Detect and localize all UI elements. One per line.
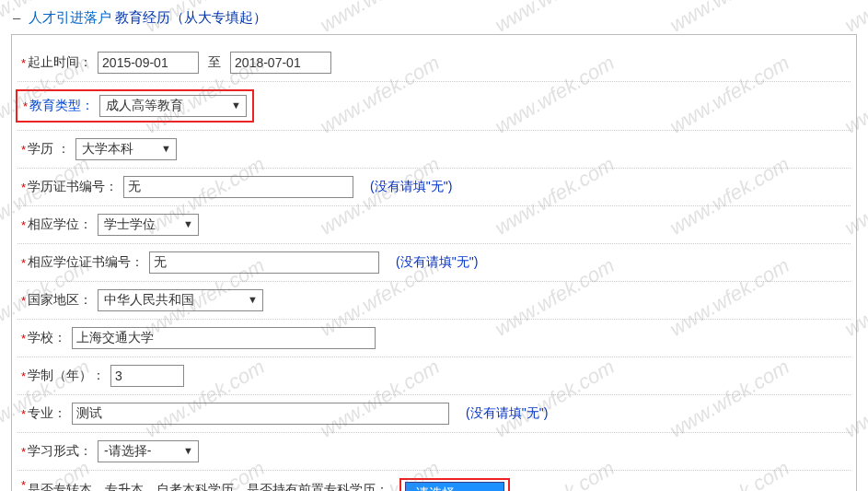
row-major: * 专业： (没有请填"无") bbox=[17, 395, 851, 433]
degree-cert-no-hint: (没有请填"无") bbox=[396, 254, 478, 271]
row-degree: * 学历 ： 大学本科 ▼ bbox=[17, 131, 851, 169]
row-study-form: * 学习形式： -请选择- ▼ bbox=[17, 433, 851, 471]
legend-part2: 教育经历（从大专填起） bbox=[115, 9, 267, 25]
major-input[interactable] bbox=[72, 403, 449, 425]
required-marker: * bbox=[21, 218, 26, 232]
label-degree-cert-no: 相应学位证书编号： bbox=[28, 254, 144, 271]
label-country: 国家地区： bbox=[28, 292, 92, 309]
label-edu-type: 教育类型： bbox=[29, 98, 94, 114]
required-marker: * bbox=[21, 478, 26, 491]
required-marker: * bbox=[21, 332, 26, 345]
country-value: 中华人民共和国 bbox=[104, 292, 194, 309]
row-prev-degree: * 是否专转本、专升本、自考本科学历，是否持有前置专科学历： -请选择- 否 是 bbox=[17, 471, 851, 491]
degree-value: 大学本科 bbox=[82, 141, 133, 158]
prev-degree-select[interactable]: -请选择- bbox=[405, 482, 504, 491]
label-school: 学校： bbox=[28, 330, 66, 346]
date-range-mid: 至 bbox=[208, 54, 221, 71]
chevron-down-icon: ▼ bbox=[244, 292, 260, 309]
row-date-range: * 起止时间： 至 bbox=[17, 44, 851, 82]
row-country: * 国家地区： 中华人民共和国 ▼ bbox=[17, 282, 851, 320]
label-prev-degree: 是否专转本、专升本、自考本科学历，是否持有前置专科学历： bbox=[28, 478, 388, 491]
required-marker: * bbox=[21, 445, 26, 459]
study-form-value: -请选择- bbox=[104, 443, 151, 460]
label-study-form: 学习形式： bbox=[28, 443, 92, 460]
school-input[interactable] bbox=[72, 327, 376, 349]
label-cert-no: 学历证书编号： bbox=[28, 179, 118, 195]
start-date-input[interactable] bbox=[98, 52, 199, 74]
required-marker: * bbox=[23, 99, 28, 113]
prev-degree-selected: -请选择- bbox=[411, 485, 458, 491]
row-cert-no: * 学历证书编号： (没有请填"无") bbox=[17, 169, 851, 206]
chevron-down-icon: ▼ bbox=[227, 98, 244, 114]
required-marker: * bbox=[21, 369, 26, 383]
required-marker: * bbox=[21, 181, 26, 194]
section-legend: – 人才引进落户 教育经历（从大专填起） bbox=[13, 9, 864, 27]
prev-degree-highlight: -请选择- 否 是 bbox=[399, 478, 510, 491]
end-date-input[interactable] bbox=[230, 52, 331, 74]
cert-no-input[interactable] bbox=[123, 176, 353, 198]
years-input[interactable] bbox=[110, 365, 184, 387]
legend-dash: – bbox=[13, 9, 20, 25]
label-years: 学制（年）： bbox=[28, 368, 105, 384]
required-marker: * bbox=[21, 407, 26, 421]
row-school: * 学校： bbox=[17, 320, 851, 357]
degree-cert-no-input[interactable] bbox=[149, 251, 379, 274]
label-degree-title: 相应学位： bbox=[28, 216, 92, 233]
chevron-down-icon: ▼ bbox=[157, 141, 174, 158]
row-years: * 学制（年）： bbox=[17, 357, 851, 395]
chevron-down-icon: ▼ bbox=[179, 216, 196, 233]
degree-title-value: 学士学位 bbox=[104, 216, 156, 233]
edu-type-select[interactable]: 成人高等教育 ▼ bbox=[99, 95, 247, 117]
row-degree-cert-no: * 相应学位证书编号： (没有请填"无") bbox=[17, 244, 851, 282]
label-major: 专业： bbox=[28, 405, 66, 422]
required-marker: * bbox=[21, 256, 26, 270]
required-marker: * bbox=[21, 143, 26, 157]
edu-type-value: 成人高等教育 bbox=[106, 98, 183, 114]
label-date-range: 起止时间： bbox=[28, 54, 92, 71]
degree-title-select[interactable]: 学士学位 ▼ bbox=[98, 214, 199, 236]
degree-select[interactable]: 大学本科 ▼ bbox=[75, 138, 177, 160]
legend-part1: 人才引进落户 bbox=[29, 9, 111, 25]
edu-type-highlight: * 教育类型： 成人高等教育 ▼ bbox=[16, 89, 254, 123]
country-select[interactable]: 中华人民共和国 ▼ bbox=[98, 289, 263, 311]
row-edu-type: * 教育类型： 成人高等教育 ▼ bbox=[17, 82, 851, 131]
row-degree-title: * 相应学位： 学士学位 ▼ bbox=[17, 206, 851, 244]
required-marker: * bbox=[21, 294, 26, 308]
major-hint: (没有请填"无") bbox=[466, 405, 548, 422]
required-marker: * bbox=[21, 56, 26, 70]
study-form-select[interactable]: -请选择- ▼ bbox=[98, 440, 199, 462]
label-degree: 学历 ： bbox=[28, 141, 70, 158]
chevron-down-icon: ▼ bbox=[179, 443, 196, 460]
form-panel: * 起止时间： 至 * 教育类型： 成人高等教育 ▼ * 学历 ： 大学本科 bbox=[11, 34, 857, 491]
cert-no-hint: (没有请填"无") bbox=[370, 179, 452, 195]
